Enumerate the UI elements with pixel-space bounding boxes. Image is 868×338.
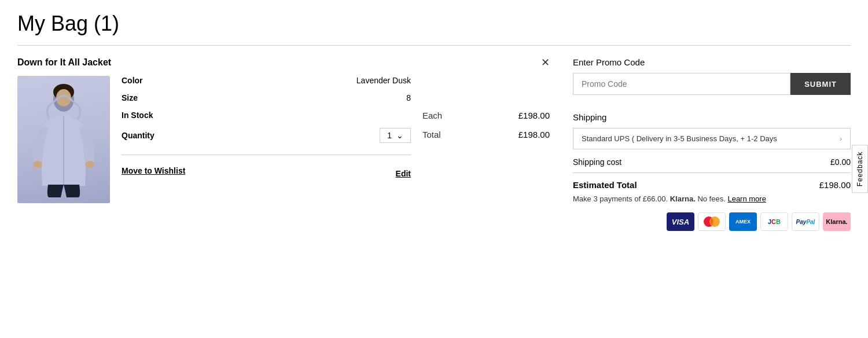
size-row: Size 8 bbox=[122, 93, 411, 102]
paypal-payment-icon: PayPal bbox=[792, 212, 819, 231]
product-image bbox=[17, 76, 110, 203]
shipping-chevron-icon: › bbox=[840, 134, 842, 143]
each-value: £198.00 bbox=[518, 111, 550, 120]
klarna-payment-text: Make 3 payments of £66.00. bbox=[573, 194, 668, 203]
product-thumbnail bbox=[17, 76, 110, 203]
move-to-wishlist-button[interactable]: Move to Wishlist bbox=[122, 166, 185, 175]
klarna-brand: Klarna. bbox=[670, 194, 696, 203]
edit-button[interactable]: Edit bbox=[396, 169, 411, 178]
quantity-row: Quantity 1 ⌄ bbox=[122, 128, 411, 143]
promo-row: SUBMIT bbox=[573, 73, 851, 95]
visa-payment-icon: VISA bbox=[667, 212, 694, 231]
jcb-payment-icon: JCB bbox=[760, 212, 788, 231]
color-label: Color bbox=[122, 76, 143, 85]
sidebar: Enter Promo Code SUBMIT Shipping Standar… bbox=[573, 57, 851, 243]
svg-point-4 bbox=[33, 161, 42, 168]
estimated-total-value: £198.00 bbox=[819, 180, 851, 190]
stock-status: In Stock bbox=[122, 111, 411, 120]
total-label: Total bbox=[422, 130, 441, 139]
product-name: Down for It All Jacket bbox=[17, 57, 111, 68]
cart-item-body: Color Lavender Dusk Size 8 In Stock Quan… bbox=[17, 76, 550, 203]
remove-item-button[interactable]: ✕ bbox=[541, 57, 550, 68]
shipping-cost-row: Shipping cost £0.00 bbox=[573, 149, 851, 172]
product-image-container bbox=[17, 76, 110, 203]
quantity-value: 1 bbox=[387, 131, 392, 140]
page-container: My Bag (1) Down for It All Jacket ✕ bbox=[0, 0, 868, 254]
each-price-row: Each £198.00 bbox=[422, 111, 550, 120]
product-details: Color Lavender Dusk Size 8 In Stock Quan… bbox=[122, 76, 411, 203]
promo-input[interactable] bbox=[573, 73, 790, 95]
size-label: Size bbox=[122, 93, 138, 102]
estimated-total-label: Estimated Total bbox=[573, 180, 637, 190]
each-label: Each bbox=[422, 111, 442, 120]
shipping-cost-value: £0.00 bbox=[830, 157, 851, 167]
submit-promo-button[interactable]: SUBMIT bbox=[790, 73, 851, 95]
klarna-info: Make 3 payments of £66.00. Klarna. No fe… bbox=[573, 194, 851, 203]
subtotal-divider bbox=[573, 172, 851, 173]
shipping-option-text: Standard UPS ( Delivery in 3-5 Business … bbox=[582, 134, 835, 143]
page-title: My Bag (1) bbox=[17, 12, 851, 36]
total-price-row: Total £198.00 bbox=[422, 130, 550, 139]
size-value: 8 bbox=[406, 93, 411, 102]
quantity-selector[interactable]: 1 ⌄ bbox=[380, 128, 411, 143]
klarna-no-fees: No fees. bbox=[697, 194, 725, 203]
quantity-label: Quantity bbox=[122, 131, 155, 140]
klarna-payment-icon: Klarna. bbox=[823, 212, 851, 231]
shipping-title: Shipping bbox=[573, 112, 851, 122]
price-column: Each £198.00 Total £198.00 bbox=[422, 76, 550, 203]
color-value: Lavender Dusk bbox=[356, 76, 411, 85]
color-row: Color Lavender Dusk bbox=[122, 76, 411, 85]
payment-icons: VISA AMEX JCB PayPal bbox=[573, 212, 851, 231]
divider bbox=[17, 45, 851, 46]
shipping-option[interactable]: Standard UPS ( Delivery in 3-5 Business … bbox=[573, 128, 851, 149]
estimated-total-row: Estimated Total £198.00 bbox=[573, 180, 851, 194]
feedback-tab-container: Feedback bbox=[852, 145, 868, 193]
shipping-section: Shipping Standard UPS ( Delivery in 3-5 … bbox=[573, 112, 851, 231]
promo-label: Enter Promo Code bbox=[573, 57, 851, 67]
total-value: £198.00 bbox=[518, 130, 550, 139]
svg-point-5 bbox=[85, 161, 94, 168]
cart-item-header: Down for It All Jacket ✕ bbox=[17, 57, 550, 68]
chevron-down-icon: ⌄ bbox=[396, 131, 403, 140]
main-layout: Down for It All Jacket ✕ bbox=[17, 57, 851, 243]
feedback-tab[interactable]: Feedback bbox=[852, 145, 868, 193]
promo-section: Enter Promo Code SUBMIT bbox=[573, 57, 851, 95]
mastercard-payment-icon bbox=[698, 212, 726, 231]
amex-payment-icon: AMEX bbox=[729, 212, 757, 231]
shipping-cost-label: Shipping cost bbox=[573, 157, 621, 167]
klarna-learn-more-link[interactable]: Learn more bbox=[727, 194, 766, 203]
cart-section: Down for It All Jacket ✕ bbox=[17, 57, 550, 203]
